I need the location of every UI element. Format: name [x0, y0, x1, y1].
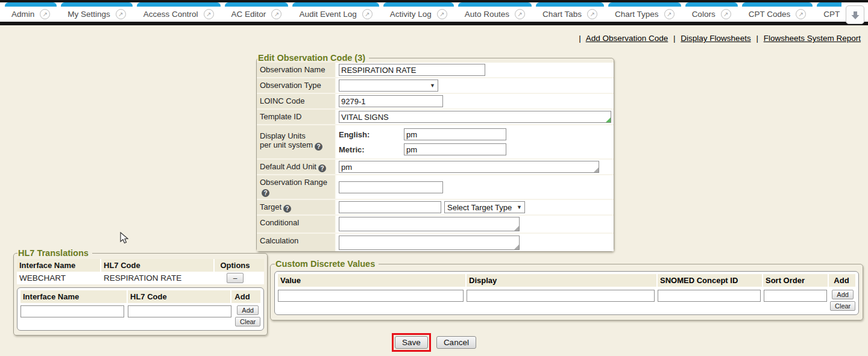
default-add-unit-row: Default Add Unit? — [257, 160, 614, 175]
template-id-input[interactable] — [339, 111, 611, 123]
new-hl7-code-input[interactable] — [128, 305, 231, 317]
loinc-code-label: LOINC Code — [257, 94, 336, 108]
snomed-concept-id-input[interactable] — [658, 290, 761, 302]
col-sort-order: Sort Order — [763, 274, 829, 287]
cdv-add-button[interactable]: Add — [832, 290, 854, 299]
template-id-label: Template ID — [257, 110, 336, 124]
new-interface-name-input[interactable] — [20, 305, 124, 317]
tab-label: Audit Event Log — [299, 10, 356, 19]
tab-label: Activity Log — [390, 10, 432, 19]
value-input[interactable] — [278, 290, 464, 302]
tab-cpt-codes[interactable]: CPT Codes ↗ — [742, 2, 813, 22]
loinc-code-input[interactable] — [339, 95, 443, 107]
hl7-table-row: WEBCHART RESPIRATION RATE – — [17, 272, 264, 284]
hl7-clear-button[interactable]: Clear — [235, 317, 260, 326]
resize-grip-icon[interactable] — [514, 226, 519, 231]
open-new-window-icon[interactable]: ↗ — [204, 9, 214, 19]
remove-translation-button[interactable]: – — [227, 273, 244, 283]
col-interface-name: Interface Name — [20, 290, 128, 303]
tab-chart-tabs[interactable]: Chart Tabs ↗ — [536, 2, 604, 22]
flowsheets-system-report-link[interactable]: Flowsheets System Report — [764, 34, 861, 43]
tab-auto-routes[interactable]: Auto Routes ↗ — [458, 2, 532, 22]
selected-value: Select Target Type — [447, 203, 512, 212]
open-new-window-icon[interactable]: ↗ — [116, 9, 126, 19]
english-units-input[interactable] — [404, 128, 506, 140]
tab-overflow-button[interactable] — [846, 5, 864, 24]
sort-order-input[interactable] — [764, 290, 827, 302]
calculation-row: Calculation — [257, 234, 614, 251]
tab-audit-event-log[interactable]: Audit Event Log ↗ — [292, 2, 379, 22]
hl7-table-header: Interface Name HL7 Code Options — [17, 259, 264, 272]
target-input[interactable] — [339, 201, 441, 213]
open-new-window-icon[interactable]: ↗ — [515, 9, 525, 19]
arrow-down-icon — [851, 10, 860, 20]
open-new-window-icon[interactable]: ↗ — [362, 9, 373, 19]
chevron-down-icon: ▼ — [430, 83, 435, 89]
tab-chart-types[interactable]: Chart Types ↗ — [608, 2, 681, 22]
tab-strip: Admin ↗ My Settings ↗ Access Control ↗ A… — [0, 2, 841, 22]
conditional-label: Conditional — [257, 216, 336, 233]
col-display: Display — [467, 274, 658, 287]
tab-cpt-requirements[interactable]: CPT Requirements ↗ — [817, 2, 841, 22]
tab-my-settings[interactable]: My Settings ↗ — [61, 2, 133, 22]
metric-units-input[interactable] — [404, 143, 506, 155]
observation-range-input[interactable] — [339, 181, 443, 193]
admin-observation-code-page: Admin ↗ My Settings ↗ Access Control ↗ A… — [0, 0, 868, 356]
tab-label: Auto Routes — [465, 10, 509, 19]
open-new-window-icon[interactable]: ↗ — [721, 9, 731, 19]
observation-type-select[interactable]: ▼ — [339, 80, 438, 92]
observation-type-label: Observation Type — [257, 78, 336, 93]
help-icon[interactable]: ? — [318, 164, 326, 172]
observation-range-label: Observation Range? — [257, 175, 336, 199]
calculation-input[interactable] — [339, 236, 520, 250]
conditional-input[interactable] — [339, 217, 520, 231]
target-type-select[interactable]: Select Target Type ▼ — [444, 201, 525, 213]
col-snomed-concept-id: SNOMED Concept ID — [658, 274, 763, 287]
resize-grip-icon[interactable] — [606, 117, 611, 122]
tab-activity-log[interactable]: Activity Log ↗ — [383, 2, 454, 22]
tab-colors[interactable]: Colors ↗ — [685, 2, 738, 22]
hl7-code-cell: RESPIRATION RATE — [101, 272, 215, 284]
help-icon[interactable]: ? — [262, 189, 269, 197]
save-button[interactable]: Save — [395, 336, 428, 349]
hl7-translations-section: HL7 Translations Interface Name HL7 Code… — [13, 248, 268, 336]
custom-discrete-header: Value Display SNOMED Concept ID Sort Ord… — [278, 274, 855, 287]
cancel-button[interactable]: Cancel — [436, 336, 476, 349]
display-flowsheets-link[interactable]: Display Flowsheets — [681, 34, 750, 43]
open-new-window-icon[interactable]: ↗ — [664, 9, 675, 19]
tab-label: AC Editor — [231, 10, 266, 19]
edit-observation-code-section: Edit Observation Code (3) Observation Na… — [256, 53, 614, 252]
open-new-window-icon[interactable]: ↗ — [587, 9, 597, 19]
tab-label: Admin — [11, 10, 34, 19]
cdv-clear-button[interactable]: Clear — [830, 301, 855, 311]
hl7-add-button[interactable]: Add — [237, 305, 259, 315]
resize-grip-icon[interactable] — [514, 245, 519, 249]
separator: | — [673, 34, 676, 43]
col-interface-name: Interface Name — [17, 259, 101, 272]
resize-grip-icon[interactable] — [594, 167, 599, 172]
observation-name-row: Observation Name — [257, 63, 614, 78]
tab-access-control[interactable]: Access Control ↗ — [137, 2, 221, 22]
save-highlight-box: Save — [392, 333, 431, 352]
open-new-window-icon[interactable]: ↗ — [271, 9, 281, 19]
conditional-row: Conditional — [257, 216, 614, 234]
help-icon[interactable]: ? — [315, 143, 322, 151]
add-observation-code-link[interactable]: Add Observation Code — [586, 34, 668, 43]
section-title: HL7 Translations — [17, 248, 92, 258]
open-new-window-icon[interactable]: ↗ — [796, 9, 806, 19]
top-tab-bar: Admin ↗ My Settings ↗ Access Control ↗ A… — [0, 0, 868, 25]
help-icon[interactable]: ? — [283, 205, 291, 213]
tab-admin[interactable]: Admin ↗ — [5, 2, 57, 22]
open-new-window-icon[interactable]: ↗ — [40, 9, 50, 19]
tab-label: CPT Requirements — [823, 10, 841, 19]
display-units-label-line2: per unit system? — [260, 140, 333, 151]
default-add-unit-label: Default Add Unit? — [257, 160, 336, 174]
tab-ac-editor[interactable]: AC Editor ↗ — [225, 2, 289, 22]
col-options: Options — [215, 259, 256, 272]
tab-label: Access Control — [143, 10, 198, 19]
display-input[interactable] — [467, 290, 655, 302]
open-new-window-icon[interactable]: ↗ — [437, 9, 447, 19]
observation-name-input[interactable] — [339, 64, 485, 76]
edit-form-body: Observation Name Observation Type ▼ LOIN… — [257, 63, 614, 251]
default-add-unit-input[interactable] — [339, 161, 599, 173]
